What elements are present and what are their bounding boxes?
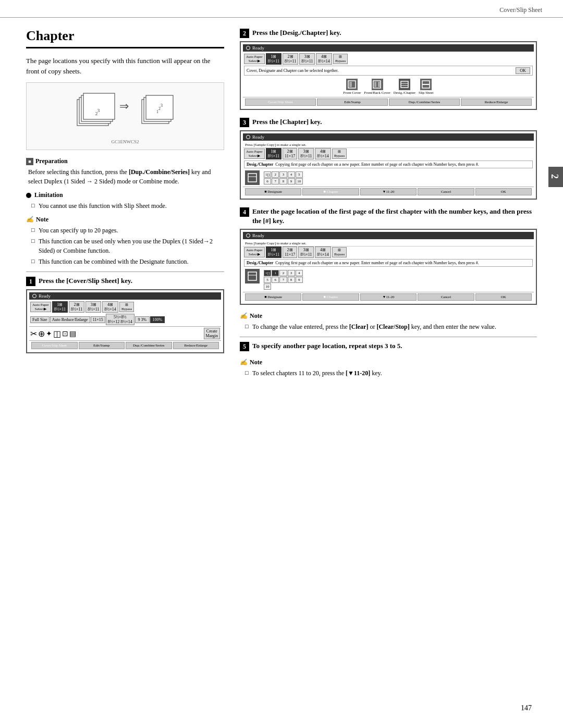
page-number: 147 [521, 704, 532, 712]
screen3-sample: Press [Sample Copy] to make a single set… [243, 142, 534, 148]
ready-dot-3 [246, 135, 250, 139]
step3-text: Press the [Chapter] key. [252, 117, 537, 127]
limitation-item: You cannot use this function with Slip S… [31, 201, 224, 211]
diagram-box: 2 3 ⇒ 1 2 3 GC1ENWCS2 [26, 82, 224, 150]
preparation-box: ■ Preparation Before selecting this func… [26, 157, 224, 186]
screen3-desig-info: Desig./Chapter Copying first page of eac… [244, 161, 533, 168]
screen1-tabs: Cover/Slip Sheet Edit/Stamp Dup./Combine… [29, 340, 221, 350]
svg-rect-17 [378, 82, 380, 87]
screen2-paper-row: Auto PaperSelect▶ 1⊞8½×11 2⊞8½×11 3⊞8½×1… [243, 53, 534, 65]
svg-rect-18 [401, 81, 408, 88]
screen2-header: Ready [243, 44, 534, 52]
screen4-header: Ready [243, 232, 534, 239]
svg-text:3: 3 [161, 103, 163, 108]
step4-number: 4 [240, 207, 249, 217]
left-column: Chapter The page locations you specify w… [26, 28, 224, 383]
screen1-paper-row: Auto PaperSelect▶ 1⊞8½×11 2⊞8½×11 3⊞8½×1… [29, 301, 221, 313]
page-header: Cover/Slip Sheet [0, 0, 563, 18]
screen2-icons: Front Cover Front/Back Cover [243, 77, 534, 97]
limitation-title: Limitation [26, 191, 224, 199]
note-box: ✍ Note You can specify up to 20 pages. T… [26, 216, 224, 266]
step4-label: 4 Enter the page location of the first p… [240, 207, 537, 226]
preparation-icon: ■ [26, 158, 33, 165]
screen4-chapter-grid: 1[] 1 2 3 4 5 6 7 8 9 10 [262, 269, 305, 291]
screen2-info: Cover, Designate and Chapter can be sele… [244, 66, 533, 76]
step1-section: 1 Press the [Cover/Slip Sheet] key. Read… [26, 276, 224, 353]
note2-box: ✍ Note To change the value entered, pres… [240, 312, 537, 331]
screen1-tool-row: ✂ ⊕ ✦ ◫ ⊡ ▤ CreateMargin [29, 326, 221, 339]
note-item-0: You can specify up to 20 pages. [31, 226, 224, 235]
step3-screen: Ready Press [Sample Copy] to make a sing… [240, 130, 537, 200]
svg-rect-3 [83, 93, 115, 119]
preparation-text: Before selecting this function, press th… [26, 167, 224, 186]
diagram-caption: GC1ENWCS2 [32, 139, 218, 144]
step4-section: 4 Enter the page location of the first p… [240, 207, 537, 305]
icon-front-cover: Front Cover [343, 79, 361, 95]
page-container: Cover/Slip Sheet 2 Chapter The page loca… [0, 0, 563, 728]
step1-number: 1 [26, 277, 35, 286]
ready-dot-2 [246, 46, 250, 50]
icon-desig-chapter: Desig./Chapter [394, 79, 415, 95]
screen1-size-row: Full Size Auto Reduce/Enlarge 11×15 5½×8… [29, 314, 221, 325]
icon-slip-sheet: Slip Sheet [419, 79, 434, 95]
screen4-btns: ■ Designate ■ Chapter ▼11-20 Cancel OK [243, 292, 534, 302]
step2-text: Press the [Desig./Chapter] key. [252, 28, 537, 38]
intro-text: The page locations you specify with this… [26, 56, 224, 76]
note-item-1: This function can be used only when you … [31, 237, 224, 255]
step4-screen: Ready Press [Sample Copy] to make a sing… [240, 229, 537, 305]
screen3-header: Ready [243, 133, 534, 141]
svg-text:⇒: ⇒ [119, 100, 129, 113]
screen3-icon [245, 170, 260, 185]
note3-item-0: To select chapters 11 to 20, press the [… [245, 368, 537, 378]
divider [26, 272, 224, 272]
step3-section: 3 Press the [Chapter] key. Ready Press [… [240, 117, 537, 200]
note-icon: ✍ [26, 216, 34, 224]
screen4-paper-row: Auto PaperSelect▶ 1⊞8½×11 2⊞11×17 3⊞8½×1… [243, 246, 534, 258]
screen4-sample: Press [Sample Copy] to make a single set… [243, 241, 534, 246]
step1-text: Press the [Cover/Slip Sheet] key. [39, 276, 224, 286]
copy-diagram: 2 3 ⇒ 1 2 3 [68, 88, 182, 135]
screen1-header: Ready [29, 292, 221, 300]
screen2-tabs: Cover/Slip Sheet Edit/Stamp Dup./Combine… [243, 97, 534, 107]
note2-icon: ✍ [240, 312, 248, 320]
note2-list: To change the value entered, press the [… [240, 322, 537, 331]
note3-title: ✍ Note [240, 359, 537, 366]
side-tab: 2 [548, 167, 563, 187]
svg-rect-25 [248, 272, 256, 280]
step5-label: 5 To specify another page location, repe… [240, 341, 537, 351]
svg-rect-23 [248, 174, 256, 182]
svg-text:3: 3 [97, 108, 100, 113]
ready-dot [32, 294, 36, 298]
step5-text: To specify another page location, repeat… [252, 341, 537, 351]
step3-number: 3 [240, 118, 249, 127]
limitation-box: Limitation You cannot use this function … [26, 191, 224, 211]
screen3-chapter-grid: 1[] 2 3 4 5 6 7 8 9 10 [262, 170, 305, 186]
limitation-icon [26, 193, 31, 198]
step1-label: 1 Press the [Cover/Slip Sheet] key. [26, 276, 224, 286]
note3-icon: ✍ [240, 359, 248, 366]
icon-frontback-cover: Front/Back Cover [364, 79, 390, 95]
screen3-paper-row: Auto PaperSelect▶ 1⊞8½×11 2⊞11×17 3⊞8½×1… [243, 148, 534, 159]
note3-box: ✍ Note To select chapters 11 to 20, pres… [240, 359, 537, 378]
step2-label: 2 Press the [Desig./Chapter] key. [240, 28, 537, 38]
right-column: 2 Press the [Desig./Chapter] key. Ready … [240, 28, 537, 383]
note-item-2: This function can be combined with the D… [31, 257, 224, 266]
svg-rect-14 [349, 82, 352, 87]
step1-screen: Ready Auto PaperSelect▶ 1⊞8½×11 2⊞8½×11 … [26, 289, 224, 353]
screen3-grid-area: 1[] 2 3 4 5 6 7 8 9 10 [243, 169, 534, 187]
screen4-desig-info: Desig./Chapter Copying first page of eac… [244, 259, 533, 267]
step2-section: 2 Press the [Desig./Chapter] key. Ready … [240, 28, 537, 110]
screen3-btns: ■ Designate ■ Chapter ▼11-20 Cancel OK [243, 187, 534, 196]
screen4-icon [245, 269, 260, 283]
step5-section: 5 To specify another page location, repe… [240, 341, 537, 351]
limitation-list: You cannot use this function with Slip S… [26, 201, 224, 211]
step3-label: 3 Press the [Chapter] key. [240, 117, 537, 127]
note-list: You can specify up to 20 pages. This fun… [26, 226, 224, 266]
note2-title: ✍ Note [240, 312, 537, 320]
main-content: Chapter The page locations you specify w… [0, 18, 563, 404]
header-title: Cover/Slip Sheet [499, 6, 542, 14]
step2-number: 2 [240, 29, 249, 38]
note3-list: To select chapters 11 to 20, press the [… [240, 368, 537, 378]
svg-rect-16 [374, 82, 376, 87]
note2-item-0: To change the value entered, press the [… [245, 322, 537, 331]
